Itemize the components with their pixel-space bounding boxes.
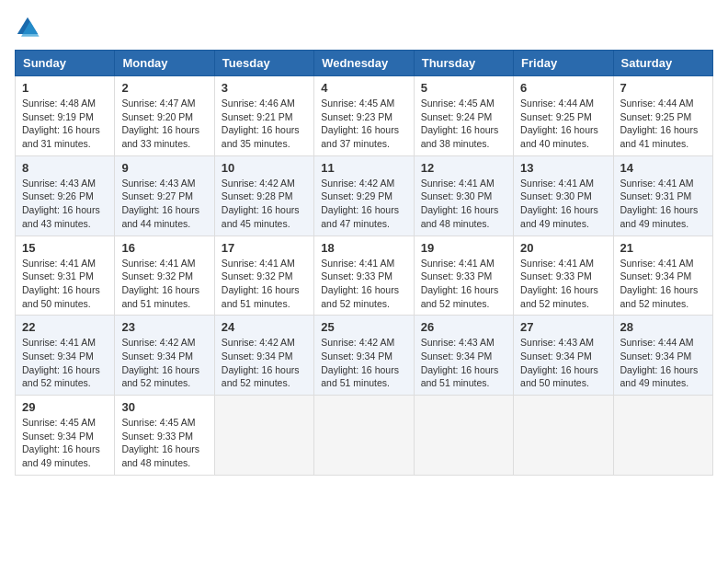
calendar-day-cell: 11Sunrise: 4:42 AMSunset: 9:29 PMDayligh… [314, 155, 414, 236]
day-number: 17 [222, 241, 307, 255]
calendar-day-cell [214, 396, 313, 476]
day-number: 11 [321, 161, 406, 175]
day-number: 7 [620, 81, 706, 95]
calendar-day-cell: 2Sunrise: 4:47 AMSunset: 9:20 PMDaylight… [115, 76, 214, 156]
day-info: Sunrise: 4:41 AMSunset: 9:34 PMDaylight:… [22, 336, 108, 390]
calendar-day-cell: 20Sunrise: 4:41 AMSunset: 9:33 PMDayligh… [514, 236, 613, 316]
calendar-day-cell: 8Sunrise: 4:43 AMSunset: 9:26 PMDaylight… [16, 155, 115, 236]
day-header-monday: Monday [115, 51, 214, 76]
day-info: Sunrise: 4:45 AMSunset: 9:23 PMDaylight:… [321, 97, 406, 151]
day-info: Sunrise: 4:42 AMSunset: 9:29 PMDaylight:… [321, 177, 406, 231]
day-number: 26 [421, 320, 506, 334]
day-header-friday: Friday [514, 51, 613, 76]
day-number: 30 [121, 400, 207, 414]
day-info: Sunrise: 4:48 AMSunset: 9:19 PMDaylight:… [22, 97, 108, 151]
day-number: 8 [22, 161, 108, 175]
calendar-day-cell: 23Sunrise: 4:42 AMSunset: 9:34 PMDayligh… [115, 316, 214, 396]
day-number: 18 [321, 241, 406, 255]
day-info: Sunrise: 4:45 AMSunset: 9:33 PMDaylight:… [121, 416, 207, 470]
day-number: 25 [321, 320, 406, 334]
calendar-table: SundayMondayTuesdayWednesdayThursdayFrid… [15, 50, 713, 476]
day-number: 27 [520, 320, 606, 334]
day-info: Sunrise: 4:41 AMSunset: 9:31 PMDaylight:… [620, 177, 706, 231]
day-number: 21 [620, 241, 706, 255]
calendar-day-cell: 13Sunrise: 4:41 AMSunset: 9:30 PMDayligh… [514, 155, 613, 236]
day-info: Sunrise: 4:41 AMSunset: 9:32 PMDaylight:… [121, 257, 207, 311]
day-number: 20 [520, 241, 606, 255]
day-header-thursday: Thursday [414, 51, 513, 76]
day-header-wednesday: Wednesday [314, 51, 414, 76]
day-info: Sunrise: 4:41 AMSunset: 9:33 PMDaylight:… [321, 257, 406, 311]
day-number: 16 [121, 241, 207, 255]
day-info: Sunrise: 4:44 AMSunset: 9:25 PMDaylight:… [620, 97, 706, 151]
calendar-day-cell: 28Sunrise: 4:44 AMSunset: 9:34 PMDayligh… [613, 316, 712, 396]
page-header [15, 15, 713, 40]
day-number: 6 [520, 81, 606, 95]
calendar-day-cell: 25Sunrise: 4:42 AMSunset: 9:34 PMDayligh… [314, 316, 414, 396]
calendar-day-cell: 5Sunrise: 4:45 AMSunset: 9:24 PMDaylight… [414, 76, 513, 156]
day-info: Sunrise: 4:42 AMSunset: 9:34 PMDaylight:… [121, 336, 207, 390]
logo [15, 15, 44, 40]
day-header-saturday: Saturday [613, 51, 712, 76]
day-header-sunday: Sunday [16, 51, 115, 76]
calendar-day-cell [414, 396, 513, 476]
calendar-day-cell: 9Sunrise: 4:43 AMSunset: 9:27 PMDaylight… [115, 155, 214, 236]
day-info: Sunrise: 4:41 AMSunset: 9:30 PMDaylight:… [520, 177, 606, 231]
calendar-day-cell [613, 396, 712, 476]
day-info: Sunrise: 4:42 AMSunset: 9:34 PMDaylight:… [222, 336, 307, 390]
day-number: 23 [121, 320, 207, 334]
day-number: 10 [222, 161, 307, 175]
day-info: Sunrise: 4:44 AMSunset: 9:34 PMDaylight:… [620, 336, 706, 390]
calendar-day-cell: 27Sunrise: 4:43 AMSunset: 9:34 PMDayligh… [514, 316, 613, 396]
day-number: 9 [121, 161, 207, 175]
day-info: Sunrise: 4:44 AMSunset: 9:25 PMDaylight:… [520, 97, 606, 151]
day-info: Sunrise: 4:41 AMSunset: 9:32 PMDaylight:… [222, 257, 307, 311]
calendar-day-cell: 12Sunrise: 4:41 AMSunset: 9:30 PMDayligh… [414, 155, 513, 236]
calendar-week-row: 1Sunrise: 4:48 AMSunset: 9:19 PMDaylight… [16, 76, 713, 156]
day-number: 19 [421, 241, 506, 255]
logo-icon [15, 15, 40, 40]
day-info: Sunrise: 4:46 AMSunset: 9:21 PMDaylight:… [222, 97, 307, 151]
day-number: 15 [22, 241, 108, 255]
day-info: Sunrise: 4:43 AMSunset: 9:34 PMDaylight:… [421, 336, 506, 390]
calendar-day-cell: 24Sunrise: 4:42 AMSunset: 9:34 PMDayligh… [214, 316, 313, 396]
day-info: Sunrise: 4:47 AMSunset: 9:20 PMDaylight:… [121, 97, 207, 151]
day-info: Sunrise: 4:45 AMSunset: 9:34 PMDaylight:… [22, 416, 108, 470]
calendar-day-cell: 1Sunrise: 4:48 AMSunset: 9:19 PMDaylight… [16, 76, 115, 156]
day-number: 24 [222, 320, 307, 334]
calendar-day-cell: 15Sunrise: 4:41 AMSunset: 9:31 PMDayligh… [16, 236, 115, 316]
calendar-day-cell: 14Sunrise: 4:41 AMSunset: 9:31 PMDayligh… [613, 155, 712, 236]
calendar-day-cell: 29Sunrise: 4:45 AMSunset: 9:34 PMDayligh… [16, 396, 115, 476]
day-number: 1 [22, 81, 108, 95]
day-info: Sunrise: 4:42 AMSunset: 9:34 PMDaylight:… [321, 336, 406, 390]
day-number: 14 [620, 161, 706, 175]
day-info: Sunrise: 4:41 AMSunset: 9:33 PMDaylight:… [520, 257, 606, 311]
calendar-day-cell: 21Sunrise: 4:41 AMSunset: 9:34 PMDayligh… [613, 236, 712, 316]
day-info: Sunrise: 4:41 AMSunset: 9:31 PMDaylight:… [22, 257, 108, 311]
day-number: 29 [22, 400, 108, 414]
calendar-day-cell: 30Sunrise: 4:45 AMSunset: 9:33 PMDayligh… [115, 396, 214, 476]
calendar-day-cell: 7Sunrise: 4:44 AMSunset: 9:25 PMDaylight… [613, 76, 712, 156]
day-info: Sunrise: 4:45 AMSunset: 9:24 PMDaylight:… [421, 97, 506, 151]
calendar-day-cell: 6Sunrise: 4:44 AMSunset: 9:25 PMDaylight… [514, 76, 613, 156]
day-info: Sunrise: 4:42 AMSunset: 9:28 PMDaylight:… [222, 177, 307, 231]
calendar-day-cell: 16Sunrise: 4:41 AMSunset: 9:32 PMDayligh… [115, 236, 214, 316]
day-info: Sunrise: 4:41 AMSunset: 9:30 PMDaylight:… [421, 177, 506, 231]
day-info: Sunrise: 4:41 AMSunset: 9:34 PMDaylight:… [620, 257, 706, 311]
calendar-day-cell: 3Sunrise: 4:46 AMSunset: 9:21 PMDaylight… [214, 76, 313, 156]
calendar-week-row: 8Sunrise: 4:43 AMSunset: 9:26 PMDaylight… [16, 155, 713, 236]
calendar-day-cell [514, 396, 613, 476]
calendar-day-cell: 22Sunrise: 4:41 AMSunset: 9:34 PMDayligh… [16, 316, 115, 396]
day-info: Sunrise: 4:41 AMSunset: 9:33 PMDaylight:… [421, 257, 506, 311]
day-header-tuesday: Tuesday [214, 51, 313, 76]
calendar-day-cell: 19Sunrise: 4:41 AMSunset: 9:33 PMDayligh… [414, 236, 513, 316]
calendar-day-cell: 4Sunrise: 4:45 AMSunset: 9:23 PMDaylight… [314, 76, 414, 156]
calendar-week-row: 29Sunrise: 4:45 AMSunset: 9:34 PMDayligh… [16, 396, 713, 476]
calendar-week-row: 22Sunrise: 4:41 AMSunset: 9:34 PMDayligh… [16, 316, 713, 396]
day-info: Sunrise: 4:43 AMSunset: 9:26 PMDaylight:… [22, 177, 108, 231]
calendar-header-row: SundayMondayTuesdayWednesdayThursdayFrid… [16, 51, 713, 76]
day-info: Sunrise: 4:43 AMSunset: 9:27 PMDaylight:… [121, 177, 207, 231]
day-number: 4 [321, 81, 406, 95]
day-number: 12 [421, 161, 506, 175]
calendar-week-row: 15Sunrise: 4:41 AMSunset: 9:31 PMDayligh… [16, 236, 713, 316]
